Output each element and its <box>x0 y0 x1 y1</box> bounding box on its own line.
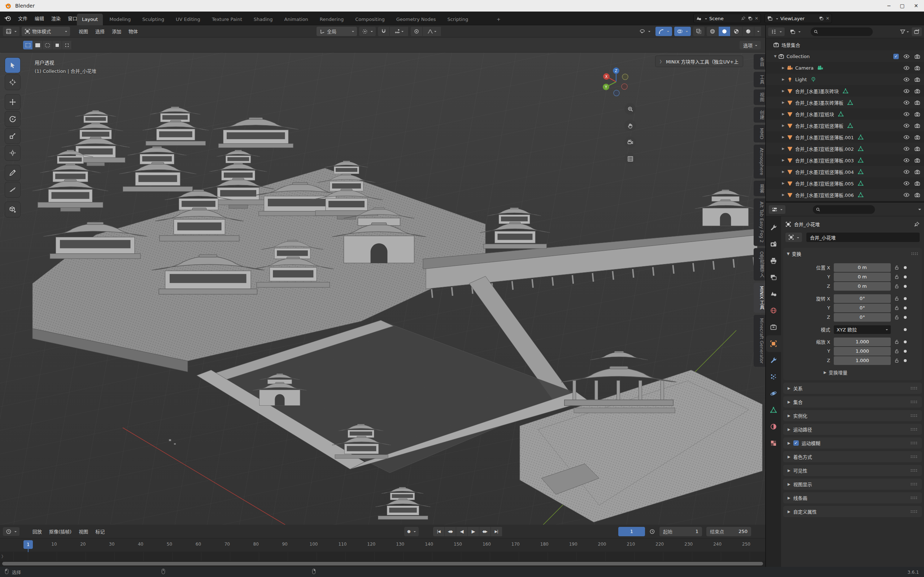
pin-icon[interactable] <box>741 16 746 21</box>
panel-8[interactable]: ▶线条画 <box>783 492 922 503</box>
proportional-toggle[interactable] <box>411 27 423 36</box>
main-menu-2[interactable]: 渲染 <box>48 13 64 23</box>
properties-tab-texture[interactable] <box>766 435 781 451</box>
object-id-dropdown[interactable] <box>785 233 802 242</box>
properties-tab-particles[interactable] <box>766 369 781 385</box>
tool-annotate[interactable] <box>5 165 20 180</box>
pan-button[interactable] <box>624 120 636 131</box>
shading-rendered-button[interactable] <box>743 27 754 36</box>
lock-icon[interactable] <box>894 305 900 311</box>
disclosure-icon[interactable]: ▶ <box>780 170 786 174</box>
properties-tab-collection[interactable] <box>766 319 781 335</box>
ortho-toggle-button[interactable] <box>624 153 636 164</box>
panel-5[interactable]: ▶着色方式 <box>783 451 922 462</box>
animate-property-dot[interactable] <box>904 328 907 331</box>
lock-icon[interactable] <box>894 296 900 301</box>
animate-property-dot[interactable] <box>904 306 907 309</box>
frame-start-field[interactable]: 起始 1 <box>659 527 702 536</box>
disclosure-icon[interactable]: ▶ <box>780 181 786 185</box>
animate-property-dot[interactable] <box>904 285 907 288</box>
channel-expand-icon[interactable]: 〉 <box>2 553 5 559</box>
panel-9[interactable]: ▶自定义属性 <box>783 506 922 517</box>
workspace-tab-scripting[interactable]: Scripting <box>442 14 473 25</box>
transform-value-field[interactable]: 0 m <box>834 272 891 281</box>
new-collection-button[interactable] <box>912 27 922 36</box>
outliner-row-4[interactable]: ▶ 合并_[水墨]墨灰砖薄板 <box>766 97 924 108</box>
timeline-editor-type-button[interactable] <box>3 527 19 536</box>
drag-grip-icon[interactable] <box>910 496 918 500</box>
drag-grip-icon[interactable] <box>911 252 918 255</box>
scene-collection-row[interactable]: 场景集合 <box>766 39 924 50</box>
drag-grip-icon[interactable] <box>910 400 918 403</box>
keying-clock-icon[interactable] <box>649 529 655 534</box>
workspace-tab-uv-editing[interactable]: UV Editing <box>171 14 205 25</box>
disable-in-renders-icon[interactable] <box>914 122 921 129</box>
disable-in-renders-icon[interactable] <box>914 169 921 175</box>
workspace-tab-sculpting[interactable]: Sculpting <box>137 14 169 25</box>
hide-in-viewport-icon[interactable] <box>903 192 909 198</box>
timeline-scrollbar[interactable] <box>0 561 765 567</box>
select-mode-circle[interactable] <box>43 41 52 49</box>
blender-menu-icon[interactable] <box>3 16 11 21</box>
xray-toggle[interactable] <box>693 27 704 36</box>
mode-selector[interactable]: 物体模式 <box>22 27 70 36</box>
sidebar-tab-1[interactable]: 工具 <box>754 72 765 87</box>
lock-icon[interactable] <box>894 265 900 270</box>
disable-in-renders-icon[interactable] <box>914 192 921 198</box>
camera-view-button[interactable] <box>624 136 636 148</box>
properties-tab-tool[interactable] <box>766 219 781 236</box>
drag-grip-icon[interactable] <box>910 414 918 417</box>
play-reverse-button[interactable]: ◀ <box>456 527 468 536</box>
sidebar-tab-2[interactable]: 视图 <box>754 89 765 105</box>
sidebar-tab-4[interactable]: MMD <box>754 125 765 142</box>
viewport-menu-3[interactable]: 物体 <box>125 26 142 36</box>
outliner-row-10[interactable]: ▶ 合并_[水墨]宣纸竖薄板.004 <box>766 166 924 177</box>
selectability-checkbox[interactable]: ✓ <box>893 54 899 59</box>
animate-property-dot[interactable] <box>904 297 907 300</box>
sidebar-tab-8[interactable]: OBJ批量导入 <box>754 248 765 280</box>
drag-grip-icon[interactable] <box>910 428 918 431</box>
panel-checkbox[interactable]: ✓ <box>793 440 799 446</box>
jump-to-end-button[interactable]: ▶| <box>491 527 502 536</box>
viewport-menu-0[interactable]: 视图 <box>75 26 92 36</box>
hide-in-viewport-icon[interactable] <box>903 111 909 117</box>
frame-end-field[interactable]: 结束点 250 <box>706 527 751 536</box>
outliner-row-13[interactable]: ▶ 合并_[水墨]宣纸竖薄板.007 <box>766 200 924 201</box>
hide-in-viewport-icon[interactable] <box>903 169 909 175</box>
panel-1[interactable]: ▶集合 <box>783 396 922 408</box>
disclosure-icon[interactable]: ▶ <box>780 193 786 197</box>
select-mode-tweak[interactable] <box>23 41 33 49</box>
drag-grip-icon[interactable] <box>910 482 918 486</box>
sidebar-tab-9[interactable]: MINIX 工具 <box>754 283 765 313</box>
properties-editor-type-button[interactable] <box>769 205 785 214</box>
disable-in-renders-icon[interactable] <box>914 146 921 152</box>
hide-in-viewport-icon[interactable] <box>903 100 909 106</box>
animate-property-dot[interactable] <box>904 359 907 362</box>
outliner-row-6[interactable]: ▶ 合并_[水墨]宣纸竖薄板 <box>766 120 924 131</box>
copy-viewlayer-icon[interactable] <box>819 16 824 21</box>
filter-funnel-icon[interactable] <box>900 29 906 35</box>
disable-in-renders-icon[interactable] <box>914 76 921 82</box>
panel-2[interactable]: ▶实例化 <box>783 410 922 421</box>
snap-toggle[interactable] <box>378 27 390 36</box>
tool-move[interactable] <box>5 95 20 110</box>
outliner-row-5[interactable]: ▶ 合并_[水墨]宣纸块 <box>766 108 924 120</box>
add-workspace-button[interactable]: + <box>494 14 504 25</box>
properties-search[interactable] <box>813 205 875 214</box>
tool-select-box[interactable] <box>5 58 20 73</box>
transform-orientation-dropdown[interactable]: 全局 <box>317 27 357 36</box>
outliner-row-8[interactable]: ▶ 合并_[水墨]宣纸竖薄板.002 <box>766 143 924 154</box>
next-keyframe-button[interactable]: ◆▶ <box>479 527 491 536</box>
animate-property-dot[interactable] <box>904 340 907 343</box>
select-mode-lasso[interactable] <box>52 41 62 49</box>
snap-target-dropdown[interactable] <box>390 27 409 36</box>
outliner-row-7[interactable]: ▶ 合并_[水墨]宣纸竖薄板.001 <box>766 131 924 143</box>
viewport-canvas[interactable]: 用户透视 (1) Collection | 合并_小花堆 〉 MINIX 方块导… <box>0 53 765 525</box>
play-button[interactable]: ▶ <box>468 527 479 536</box>
hide-in-viewport-icon[interactable] <box>903 157 909 163</box>
shading-material-button[interactable] <box>730 27 743 36</box>
current-frame-field[interactable]: 1 <box>618 527 645 536</box>
workspace-tab-rendering[interactable]: Rendering <box>315 14 349 25</box>
timeline-menu-0[interactable]: 回放 <box>29 527 45 536</box>
transform-value-field[interactable]: 1.000 <box>834 338 891 346</box>
